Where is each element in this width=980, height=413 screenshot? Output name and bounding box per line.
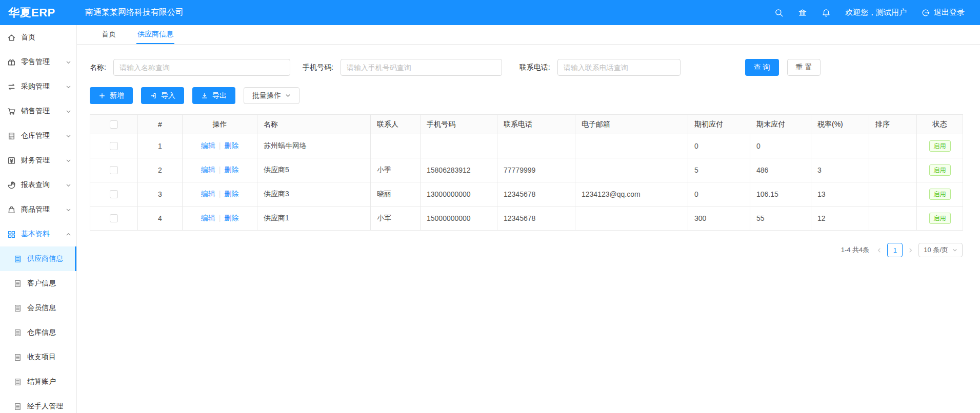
sidebar-item-sales[interactable]: 销售管理	[0, 99, 76, 123]
row-checkbox[interactable]	[110, 214, 118, 222]
sidebar-item-warehouse[interactable]: 仓库管理	[0, 123, 76, 148]
table-row: 4 编辑|删除 供应商1 小军 15000000000 12345678 300…	[90, 206, 963, 231]
cell-email	[575, 206, 688, 231]
search-icon[interactable]	[774, 8, 784, 17]
doc-icon	[13, 255, 22, 263]
grid-icon	[7, 230, 16, 239]
chevron-down-icon	[285, 93, 291, 98]
cell-opening: 5	[688, 158, 750, 182]
col-tax-rate: 税率(%)	[811, 115, 869, 134]
col-opening-payable: 期初应付	[688, 115, 750, 134]
cell-email: 1234123@qq.com	[575, 182, 688, 206]
doc-icon	[13, 378, 22, 386]
table-row: 1 编辑|删除 苏州蜗牛网络 0 0 启用	[90, 134, 963, 158]
filter-row: 名称: 手机号码: 联系电话: 查 询 重 置	[90, 59, 980, 76]
user-greeting: 欢迎您，测试用户	[845, 8, 907, 17]
toolbar: 新增 导入 导出 批量操作	[90, 87, 980, 104]
cell-sort	[869, 134, 917, 158]
query-button[interactable]: 查 询	[745, 59, 779, 76]
pagination: 1-4 共4条 1 10 条/页	[90, 243, 963, 257]
bag-icon	[7, 205, 16, 214]
delete-link[interactable]: 删除	[224, 214, 238, 222]
phone-filter-label: 手机号码:	[303, 63, 333, 72]
phone-filter-input[interactable]	[341, 59, 502, 76]
cell-phone: 13000000000	[421, 182, 497, 206]
chevron-down-icon	[952, 247, 957, 253]
chevron-down-icon	[66, 59, 71, 65]
select-all-checkbox[interactable]	[110, 120, 118, 129]
sidebar: 首页 零售管理 采购管理 销售管理 仓库管理 财务管理	[0, 25, 77, 413]
top-header-bar: 华夏ERP 南通某某网络科技有限公司 欢迎您，测试用户 退出登录	[0, 0, 980, 25]
sidebar-item-handler-management[interactable]: 经手人管理	[0, 394, 76, 413]
telephone-filter-label: 联系电话:	[519, 63, 550, 72]
cell-contact	[371, 134, 421, 158]
pie-chart-icon	[7, 181, 16, 190]
col-status: 状态	[917, 115, 963, 134]
bell-icon[interactable]	[822, 8, 831, 17]
tab-bar: 首页 供应商信息	[77, 25, 980, 45]
page-size-select[interactable]: 10 条/页	[918, 243, 963, 257]
sidebar-item-income-expense[interactable]: 收支项目	[0, 345, 76, 369]
cell-email	[575, 134, 688, 158]
bank-icon[interactable]	[798, 8, 807, 17]
edit-link[interactable]: 编辑	[201, 166, 215, 174]
export-button[interactable]: 导出	[192, 87, 235, 104]
sidebar-item-purchase[interactable]: 采购管理	[0, 74, 76, 99]
tab-supplier-info[interactable]: 供应商信息	[136, 25, 174, 44]
delete-link[interactable]: 删除	[224, 190, 238, 198]
chevron-up-icon	[66, 232, 71, 237]
sidebar-item-products[interactable]: 商品管理	[0, 197, 76, 222]
batch-actions-button[interactable]: 批量操作	[244, 87, 299, 104]
sidebar-item-warehouse-info[interactable]: 仓库信息	[0, 320, 76, 345]
sidebar-item-retail[interactable]: 零售管理	[0, 50, 76, 74]
sidebar-item-customer-info[interactable]: 客户信息	[0, 271, 76, 296]
cell-sort	[869, 206, 917, 231]
col-email: 电子邮箱	[575, 115, 688, 134]
cell-name: 供应商5	[257, 158, 371, 182]
chevron-right-icon[interactable]	[908, 247, 913, 253]
col-actions: 操作	[183, 115, 257, 134]
cell-telephone: 12345678	[497, 206, 575, 231]
tab-home[interactable]: 首页	[101, 25, 117, 44]
chevron-left-icon[interactable]	[876, 247, 882, 253]
row-checkbox[interactable]	[110, 142, 118, 150]
swap-icon	[7, 82, 16, 91]
col-phone: 手机号码	[421, 115, 497, 134]
chevron-down-icon	[66, 133, 71, 139]
sidebar-item-member-info[interactable]: 会员信息	[0, 296, 76, 320]
row-checkbox[interactable]	[110, 166, 118, 174]
delete-link[interactable]: 删除	[224, 141, 238, 150]
sidebar-item-settlement-account[interactable]: 结算账户	[0, 369, 76, 394]
cart-icon	[7, 107, 16, 116]
delete-link[interactable]: 删除	[224, 166, 238, 174]
sidebar-item-supplier-info[interactable]: 供应商信息	[0, 246, 76, 271]
sidebar-item-basic-data[interactable]: 基本资料	[0, 222, 76, 246]
status-badge: 启用	[929, 213, 951, 224]
col-contact: 联系人	[371, 115, 421, 134]
table-row: 2 编辑|删除 供应商5 小季 15806283912 77779999 5 4…	[90, 158, 963, 182]
cell-telephone	[497, 134, 575, 158]
add-button[interactable]: 新增	[90, 87, 133, 104]
cell-contact: 晓丽	[371, 182, 421, 206]
import-button[interactable]: 导入	[141, 87, 184, 104]
edit-link[interactable]: 编辑	[201, 214, 215, 222]
edit-link[interactable]: 编辑	[201, 190, 215, 198]
logout-button[interactable]: 退出登录	[921, 8, 965, 17]
cell-email	[575, 158, 688, 182]
row-checkbox[interactable]	[110, 190, 118, 198]
name-filter-label: 名称:	[90, 63, 106, 72]
sidebar-item-home[interactable]: 首页	[0, 25, 76, 50]
company-name: 南通某某网络科技有限公司	[85, 7, 184, 18]
page-number-button[interactable]: 1	[887, 243, 903, 257]
name-filter-input[interactable]	[113, 59, 290, 76]
telephone-filter-input[interactable]	[557, 59, 681, 76]
cell-opening: 0	[688, 182, 750, 206]
import-icon	[150, 92, 157, 99]
cell-closing: 106.15	[750, 182, 811, 206]
sidebar-item-reports[interactable]: 报表查询	[0, 173, 76, 197]
reset-button[interactable]: 重 置	[787, 59, 821, 76]
edit-link[interactable]: 编辑	[201, 141, 215, 150]
col-name: 名称	[257, 115, 371, 134]
sidebar-item-finance[interactable]: 财务管理	[0, 148, 76, 173]
cell-name: 供应商3	[257, 182, 371, 206]
